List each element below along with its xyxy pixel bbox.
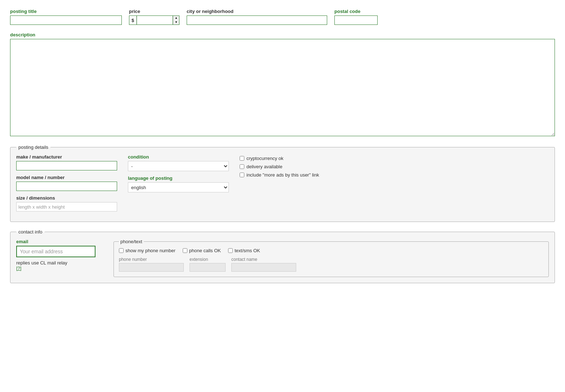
extension-label: extension bbox=[190, 257, 226, 262]
postal-input[interactable] bbox=[334, 15, 378, 25]
replies-text: replies use CL mail relay bbox=[16, 260, 67, 266]
phone-text-legend: phone/text bbox=[119, 239, 144, 244]
price-down-button[interactable]: ▼ bbox=[173, 20, 179, 24]
city-label: city or neighborhood bbox=[187, 9, 327, 14]
price-label: price bbox=[129, 9, 179, 14]
posting-title-label: posting title bbox=[10, 9, 122, 14]
phone-number-field: phone number bbox=[119, 257, 184, 272]
email-label: email bbox=[16, 239, 103, 244]
posting-details-legend: posting details bbox=[16, 144, 50, 150]
dollar-sign: $ bbox=[129, 16, 137, 24]
price-up-button[interactable]: ▲ bbox=[173, 16, 179, 20]
language-label: language of posting bbox=[128, 175, 229, 181]
price-field-wrapper: $ ▲ ▼ bbox=[129, 15, 179, 25]
price-spinner[interactable]: ▲ ▼ bbox=[173, 16, 179, 24]
contact-name-input[interactable] bbox=[231, 263, 296, 272]
phone-text-fieldset: phone/text show my phone number phone ca… bbox=[114, 239, 549, 277]
crypto-checkbox[interactable] bbox=[240, 156, 244, 161]
model-input[interactable] bbox=[16, 182, 117, 191]
delivery-label: delivery available bbox=[246, 164, 282, 169]
posting-details-fieldset: posting details make / manufacturer mode… bbox=[10, 144, 555, 222]
price-input[interactable] bbox=[137, 15, 173, 25]
crypto-label: cryptocurrency ok bbox=[246, 156, 284, 161]
phone-number-label: phone number bbox=[119, 257, 184, 262]
postal-label: postal code bbox=[334, 9, 378, 14]
text-sms-checkbox[interactable] bbox=[228, 248, 233, 253]
language-select[interactable]: english español français deutsch italian… bbox=[128, 182, 229, 192]
more-ads-label: include "more ads by this user" link bbox=[246, 172, 319, 178]
contact-info-legend: contact info bbox=[16, 229, 45, 235]
size-label: size / dimensions bbox=[16, 195, 117, 201]
extension-input[interactable] bbox=[190, 263, 226, 272]
size-input[interactable] bbox=[16, 202, 117, 211]
phone-calls-checkbox[interactable] bbox=[183, 248, 187, 253]
delivery-checkbox[interactable] bbox=[240, 164, 244, 169]
show-phone-checkbox[interactable] bbox=[119, 248, 124, 253]
posting-title-input[interactable] bbox=[10, 15, 122, 25]
contact-info-fieldset: contact info email replies use CL mail r… bbox=[10, 229, 555, 283]
phone-number-input[interactable] bbox=[119, 263, 184, 272]
contact-name-field: contact name bbox=[231, 257, 296, 272]
phone-calls-label[interactable]: phone calls OK bbox=[183, 248, 221, 253]
show-phone-label[interactable]: show my phone number bbox=[119, 248, 175, 253]
text-sms-label[interactable]: text/sms OK bbox=[228, 248, 260, 253]
condition-select[interactable]: - new like new excellent good fair salva… bbox=[128, 161, 229, 171]
model-label: model name / number bbox=[16, 175, 117, 180]
condition-label: condition bbox=[128, 154, 229, 160]
description-textarea[interactable] bbox=[10, 39, 555, 136]
make-input[interactable] bbox=[16, 161, 117, 170]
description-label: description bbox=[10, 32, 555, 37]
city-input[interactable] bbox=[187, 15, 327, 25]
make-label: make / manufacturer bbox=[16, 154, 117, 160]
more-ads-checkbox[interactable] bbox=[240, 173, 244, 177]
contact-name-label: contact name bbox=[231, 257, 296, 262]
extension-field: extension bbox=[190, 257, 226, 272]
replies-link[interactable]: [?] bbox=[16, 266, 21, 271]
email-input[interactable] bbox=[16, 246, 95, 257]
